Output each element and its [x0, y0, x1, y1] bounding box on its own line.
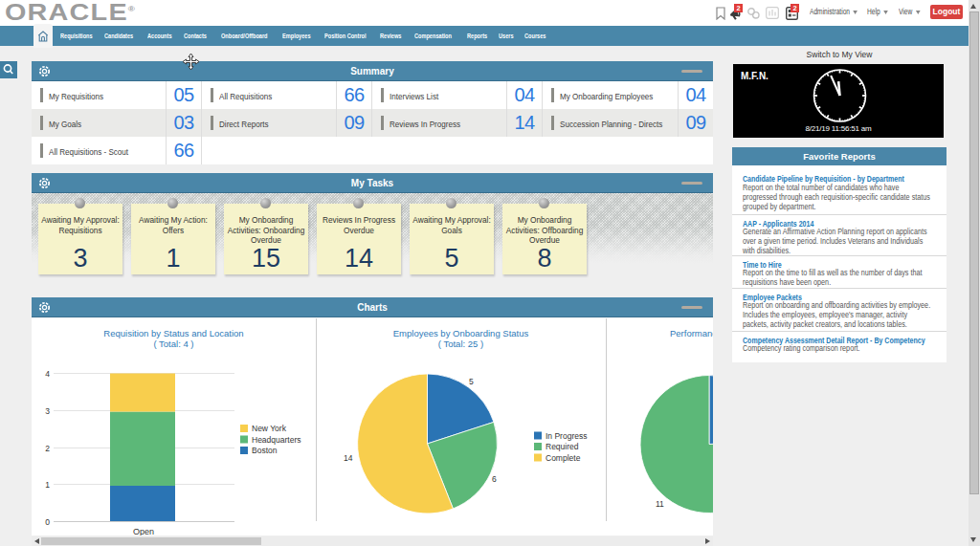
svg-text:5: 5: [469, 377, 474, 386]
svg-text:4: 4: [45, 369, 50, 379]
svg-text:Required: Required: [546, 442, 579, 451]
svg-text:14: 14: [344, 453, 353, 463]
svg-text:2: 2: [45, 444, 50, 453]
svg-text:Headquarters: Headquarters: [252, 435, 301, 445]
svg-text:0: 0: [45, 517, 50, 527]
svg-text:6: 6: [492, 474, 497, 484]
svg-text:3: 3: [45, 406, 50, 416]
svg-text:Complete: Complete: [546, 453, 581, 463]
svg-text:Open: Open: [133, 527, 154, 535]
svg-text:In Progress: In Progress: [546, 431, 587, 441]
svg-text:1: 1: [45, 480, 50, 490]
svg-text:Boston: Boston: [252, 446, 278, 455]
svg-text:11: 11: [656, 499, 664, 509]
svg-text:New York: New York: [252, 424, 287, 433]
